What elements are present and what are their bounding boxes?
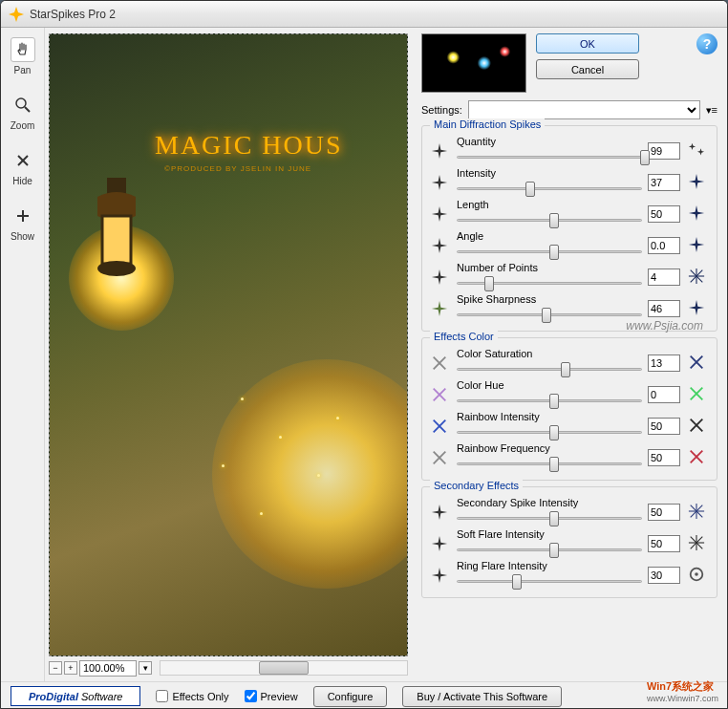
zoom-out-button[interactable]: − — [49, 661, 62, 675]
svg-marker-25 — [689, 299, 704, 314]
param-left-icon — [430, 448, 449, 467]
param-right-icon — [688, 173, 707, 192]
param-input[interactable] — [648, 504, 680, 521]
help-button[interactable]: ? — [696, 33, 717, 54]
param-input[interactable] — [648, 354, 680, 372]
param-input[interactable] — [648, 567, 680, 584]
param-slider[interactable] — [457, 180, 642, 197]
param-right-icon — [688, 354, 707, 373]
horizontal-scrollbar[interactable] — [160, 660, 408, 676]
settings-dropdown[interactable] — [468, 100, 700, 119]
tool-pan[interactable]: Pan — [4, 37, 42, 75]
group-title: Effects Color — [430, 331, 498, 342]
lantern — [78, 178, 155, 312]
param-label: Color Hue — [457, 379, 642, 391]
svg-marker-11 — [689, 142, 696, 149]
zoom-in-button[interactable]: + — [64, 661, 77, 675]
param-slider[interactable] — [457, 541, 642, 558]
cancel-button[interactable]: Cancel — [536, 59, 639, 79]
settings-panel: OK Cancel ? Settings: ▾≡ Main Diffractio… — [412, 28, 727, 681]
param-input[interactable] — [648, 205, 680, 223]
canvas-title-text: MAGIC HOUS — [155, 130, 343, 161]
param-left-icon — [430, 566, 449, 585]
param-right-icon — [688, 299, 707, 318]
param-slider[interactable] — [457, 360, 642, 377]
param-right-icon — [688, 566, 707, 585]
param-left-icon — [430, 417, 449, 436]
param-left-icon — [430, 173, 449, 192]
magnifier-icon — [11, 93, 35, 118]
svg-marker-0 — [9, 7, 24, 22]
param-row: Intensity — [430, 167, 709, 197]
canvas-subtitle-text: ©PRODUCED BY JSELIN IN JUNE — [164, 164, 311, 173]
tool-label: Zoom — [11, 120, 35, 131]
hand-icon — [11, 37, 35, 62]
settings-preset-row: Settings: ▾≡ — [421, 100, 717, 119]
param-label: Quantity — [457, 136, 642, 147]
svg-marker-47 — [432, 535, 447, 550]
param-input[interactable] — [648, 449, 680, 466]
param-label: Number of Points — [457, 262, 642, 273]
left-toolbar: Pan Zoom Hide Show — [1, 28, 45, 681]
svg-marker-18 — [689, 236, 704, 251]
param-slider[interactable] — [457, 572, 642, 590]
param-input[interactable] — [648, 237, 680, 254]
group-secondary-effects: Secondary Effects Secondary Spike Intens… — [421, 486, 717, 598]
svg-marker-16 — [689, 204, 704, 220]
param-right-icon — [688, 236, 707, 255]
param-input[interactable] — [648, 142, 680, 160]
param-row: Color Saturation — [430, 348, 709, 377]
param-slider[interactable] — [457, 423, 642, 440]
param-row: Rainbow Intensity — [430, 411, 709, 440]
param-right-icon — [688, 534, 707, 553]
param-input[interactable] — [648, 269, 680, 286]
param-slider[interactable] — [457, 243, 642, 260]
param-right-icon — [688, 503, 707, 522]
param-left-icon — [430, 236, 449, 255]
param-left-icon — [430, 534, 449, 553]
svg-point-1 — [16, 98, 26, 108]
panel-top-row: OK Cancel ? — [421, 33, 717, 93]
svg-rect-8 — [102, 216, 131, 264]
param-slider[interactable] — [457, 148, 642, 165]
param-label: Secondary Spike Intensity — [457, 497, 642, 508]
zoom-dropdown-button[interactable]: ▾ — [139, 661, 152, 675]
param-slider[interactable] — [457, 392, 642, 409]
settings-menu-icon[interactable]: ▾≡ — [706, 104, 717, 117]
param-input[interactable] — [648, 300, 680, 317]
param-input[interactable] — [648, 418, 680, 435]
param-input[interactable] — [648, 386, 680, 403]
tool-hide[interactable]: Hide — [4, 148, 42, 186]
effects-only-checkbox[interactable]: Effects Only — [156, 690, 228, 702]
activate-button[interactable]: Buy / Activate This Software — [402, 686, 562, 707]
svg-marker-12 — [697, 148, 704, 155]
param-input[interactable] — [648, 535, 680, 552]
svg-marker-42 — [432, 504, 447, 519]
svg-point-9 — [97, 261, 136, 276]
preview-checkbox[interactable]: Preview — [245, 690, 298, 702]
tool-zoom[interactable]: Zoom — [4, 93, 42, 131]
param-row: Number of Points — [430, 262, 709, 291]
configure-button[interactable]: Configure — [313, 686, 388, 707]
param-row: Angle — [430, 230, 709, 260]
param-label: Spike Sharpness — [457, 293, 642, 305]
param-left-icon — [430, 204, 449, 224]
param-input[interactable] — [648, 174, 680, 191]
effect-preview-thumbnail[interactable] — [421, 33, 526, 93]
bottom-bar: ProDigital Software Effects Only Preview… — [1, 681, 727, 709]
param-slider[interactable] — [457, 211, 642, 228]
zoom-controls: − + ▾ — [49, 658, 408, 677]
param-slider[interactable] — [457, 306, 642, 323]
ok-button[interactable]: OK — [536, 33, 639, 54]
param-slider[interactable] — [457, 509, 642, 526]
tool-show[interactable]: Show — [4, 204, 42, 242]
param-left-icon — [430, 141, 449, 161]
param-slider[interactable] — [457, 274, 642, 291]
param-slider[interactable] — [457, 455, 642, 472]
preview-canvas[interactable]: MAGIC HOUS ©PRODUCED BY JSELIN IN JUNE — [49, 33, 408, 656]
param-right-icon — [688, 417, 707, 436]
group-title: Secondary Effects — [430, 480, 523, 491]
svg-marker-19 — [432, 269, 447, 284]
param-label: Soft Flare Intensity — [457, 528, 642, 540]
zoom-input[interactable] — [79, 660, 137, 677]
